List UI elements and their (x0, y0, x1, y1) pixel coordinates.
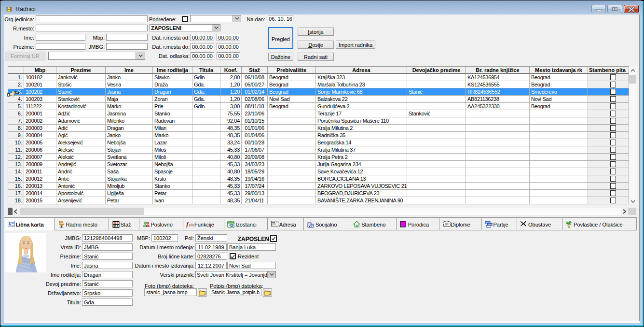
svg-text:(θ): (θ) (189, 223, 194, 227)
svg-text:A: A (116, 225, 118, 227)
svg-text:B: B (113, 225, 115, 227)
